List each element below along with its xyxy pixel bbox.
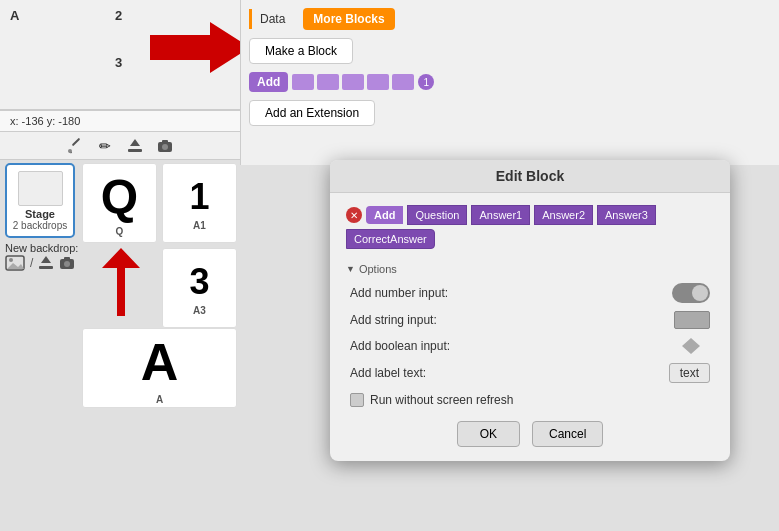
sprite-a1-char: 1 <box>189 176 209 218</box>
camera-icon[interactable] <box>154 135 176 157</box>
svg-marker-0 <box>150 22 250 73</box>
add-slot-2 <box>317 74 339 90</box>
stage-sprite-name: Stage <box>25 208 55 220</box>
block-preview-row: ✕ Add Question Answer1 Answer2 Answer3 C… <box>346 205 714 249</box>
svg-rect-11 <box>39 266 53 269</box>
svg-point-9 <box>9 258 13 262</box>
backdrop-upload-icon <box>38 255 54 271</box>
svg-rect-1 <box>72 137 80 145</box>
data-more-blocks-row: Data More Blocks <box>249 8 771 30</box>
block-tag-answer2: Answer2 <box>534 205 593 225</box>
stage-backdrop-count: 2 backdrops <box>13 220 67 231</box>
sprite-a-label: A <box>156 394 163 405</box>
dialog-body: ✕ Add Question Answer1 Answer2 Answer3 C… <box>330 193 730 461</box>
stage-canvas: A 2 3 <box>0 0 240 110</box>
block-tag-answer3: Answer3 <box>597 205 656 225</box>
options-section: ▼ Options Add number input: Add string i… <box>346 263 714 383</box>
cancel-button[interactable]: Cancel <box>532 421 603 447</box>
sprite-q-label: Q <box>116 226 124 237</box>
dialog-buttons: OK Cancel <box>346 421 714 451</box>
coordinates-bar: x: -136 y: -180 <box>0 110 240 132</box>
new-backdrop-icons: / <box>5 255 75 271</box>
toggle-string-input[interactable] <box>674 311 710 329</box>
option-boolean-input-row: Add boolean input: <box>346 337 714 355</box>
add-row: Add 1 <box>249 72 771 92</box>
add-slot-5 <box>392 74 414 90</box>
paint-bucket-icon[interactable] <box>64 135 86 157</box>
add-extension-button[interactable]: Add an Extension <box>249 100 375 126</box>
option-number-input-row: Add number input: <box>346 283 714 303</box>
stage-sprite-item[interactable]: Stage 2 backdrops <box>5 163 75 238</box>
option-label-text-row: Add label text: text <box>346 363 714 383</box>
backdrop-camera-icon <box>59 255 75 271</box>
svg-marker-10 <box>7 263 24 269</box>
add-num-badge: 1 <box>418 74 434 90</box>
sprite-a-char: A <box>141 332 179 392</box>
upload-icon[interactable] <box>124 135 146 157</box>
add-label: Add <box>249 72 288 92</box>
block-tag-correctanswer: CorrectAnswer <box>346 229 435 249</box>
add-slot-3 <box>342 74 364 90</box>
add-slots <box>292 74 414 90</box>
stage-label-3: 3 <box>115 55 122 70</box>
label-text-button[interactable]: text <box>669 363 710 383</box>
red-arrow-right <box>150 20 250 75</box>
add-slot-1 <box>292 74 314 90</box>
option-boolean-label: Add boolean input: <box>350 339 450 353</box>
option-string-label: Add string input: <box>350 313 437 327</box>
close-block-button[interactable]: ✕ <box>346 207 362 223</box>
block-tag-question: Question <box>407 205 467 225</box>
sprite-a1[interactable]: 1 A1 <box>162 163 237 243</box>
add-slot-4 <box>367 74 389 90</box>
sprite-a[interactable]: A A <box>82 328 237 408</box>
svg-rect-7 <box>162 140 168 143</box>
sprite-toolbar: ✏ <box>0 132 240 160</box>
blocks-panel: Data More Blocks Make a Block Add 1 Add … <box>240 0 779 165</box>
coordinates-text: x: -136 y: -180 <box>10 115 80 127</box>
svg-point-2 <box>68 149 72 153</box>
block-tag-answer1: Answer1 <box>471 205 530 225</box>
triangle-icon: ▼ <box>346 264 355 274</box>
run-without-refresh-row: Run without screen refresh <box>346 393 714 407</box>
edit-block-dialog: Edit Block ✕ Add Question Answer1 Answer… <box>330 160 730 461</box>
ok-button[interactable]: OK <box>457 421 520 447</box>
toggle-number-input[interactable] <box>672 283 710 303</box>
sprite-a3-char: 3 <box>189 261 209 303</box>
svg-marker-4 <box>130 139 140 146</box>
data-label: Data <box>249 9 293 29</box>
backdrop-paint-icon: / <box>30 256 33 270</box>
option-number-label: Add number input: <box>350 286 448 300</box>
svg-point-14 <box>64 261 70 267</box>
toggle-boolean-input[interactable] <box>672 337 710 355</box>
run-without-refresh-label: Run without screen refresh <box>370 393 513 407</box>
dialog-title: Edit Block <box>330 160 730 193</box>
sprite-q[interactable]: Q Q <box>82 163 157 243</box>
stage-label-a: A <box>10 8 19 23</box>
sprite-q-char: Q <box>101 169 138 224</box>
option-string-input-row: Add string input: <box>346 311 714 329</box>
red-arrow-up <box>85 248 157 316</box>
option-label-text-label: Add label text: <box>350 366 426 380</box>
more-blocks-button[interactable]: More Blocks <box>303 8 394 30</box>
sprite-a1-label: A1 <box>193 220 206 231</box>
svg-rect-15 <box>64 257 70 260</box>
block-add-tag: Add <box>366 206 403 224</box>
sprite-a3-label: A3 <box>193 305 206 316</box>
stage-thumbnail <box>18 171 63 206</box>
svg-marker-16 <box>102 248 140 316</box>
stage-label-2: 2 <box>115 8 122 23</box>
sprite-a3[interactable]: 3 A3 <box>162 248 237 328</box>
image-icon <box>5 255 25 271</box>
run-without-refresh-checkbox[interactable] <box>350 393 364 407</box>
pencil-icon[interactable]: ✏ <box>94 135 116 157</box>
svg-point-6 <box>162 144 168 150</box>
svg-rect-3 <box>128 149 142 152</box>
new-backdrop-label: New backdrop: <box>5 242 78 254</box>
svg-marker-12 <box>41 256 51 263</box>
options-header: ▼ Options <box>346 263 714 275</box>
make-block-button[interactable]: Make a Block <box>249 38 353 64</box>
